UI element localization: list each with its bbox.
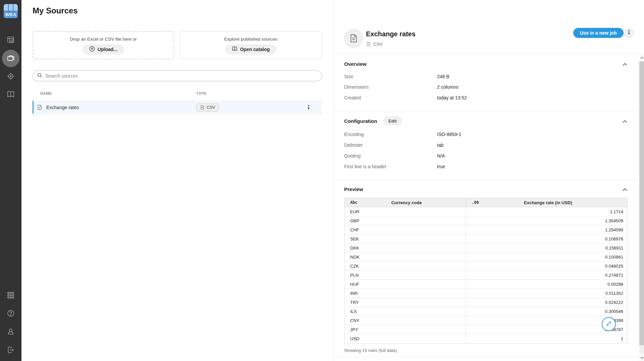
field-label: Delimiter bbox=[344, 142, 363, 148]
preview-collapse-button[interactable] bbox=[622, 186, 628, 193]
upload-arrow-icon bbox=[89, 46, 95, 53]
use-in-new-job-button[interactable]: Use in a new job bbox=[573, 28, 624, 38]
field-label: Created bbox=[344, 95, 361, 100]
apps-grid-icon bbox=[6, 291, 15, 301]
detail-title: Exchange rates bbox=[366, 30, 416, 38]
search-icon bbox=[37, 73, 42, 79]
book-icon bbox=[6, 90, 15, 100]
row-menu-button[interactable] bbox=[305, 104, 313, 112]
file-icon bbox=[37, 104, 43, 110]
table-row: JPY0.008787 bbox=[344, 325, 627, 334]
preview-table-header: Abc Currency code .00 Exchange rate (in … bbox=[344, 198, 627, 207]
preview-table: Abc Currency code .00 Exchange rate (in … bbox=[344, 198, 628, 344]
detail-type: CSV bbox=[366, 42, 383, 47]
table-row: DKK0.156911 bbox=[344, 243, 627, 253]
upload-button-label: Upload... bbox=[98, 47, 117, 52]
logout-icon bbox=[6, 346, 15, 355]
scroll-down-button[interactable] bbox=[639, 354, 644, 361]
field-label: Quoting bbox=[344, 153, 361, 159]
table-row: SEK0.106976 bbox=[344, 234, 627, 243]
search-input-wrapper bbox=[33, 70, 322, 81]
field-value: true bbox=[437, 164, 445, 169]
field-label: Size bbox=[344, 74, 353, 79]
sidebar-item-recipes[interactable] bbox=[5, 71, 16, 82]
expand-preview-button[interactable] bbox=[602, 317, 616, 331]
sidebar-item-logout[interactable] bbox=[5, 345, 16, 356]
divider bbox=[334, 54, 639, 54]
preview-section-title: Preview bbox=[344, 186, 363, 192]
divider bbox=[334, 111, 639, 112]
detail-menu-button[interactable] bbox=[624, 28, 634, 38]
folder-icon bbox=[6, 54, 15, 63]
sidebar-item-sources[interactable] bbox=[2, 50, 19, 67]
configuration-collapse-button[interactable] bbox=[622, 118, 628, 125]
table-row: HUF0.00298 bbox=[344, 280, 627, 289]
page-title: My Sources bbox=[33, 6, 78, 15]
upload-dropzone-text: Drop an Excel or CSV file here or bbox=[70, 37, 137, 42]
table-row: ILS0.300546 bbox=[344, 307, 627, 316]
table-row: PLN0.274871 bbox=[344, 271, 627, 280]
table-row: EUR1.1714 bbox=[344, 207, 627, 216]
upload-button[interactable]: Upload... bbox=[83, 44, 124, 54]
open-catalog-button[interactable]: Open catalog bbox=[225, 44, 277, 54]
column-type-string-icon: Abc bbox=[344, 200, 358, 205]
kebab-icon bbox=[308, 107, 309, 108]
preview-row-count: Showing 15 rows (full data) bbox=[344, 348, 397, 353]
chevron-up-icon bbox=[622, 187, 628, 192]
preview-column-header: Exchange rate (in USD) bbox=[479, 200, 627, 205]
sidebar-item-apps[interactable] bbox=[5, 290, 16, 301]
file-icon bbox=[349, 34, 358, 43]
type-badge: CSV bbox=[196, 103, 219, 111]
sidebar-item-account[interactable] bbox=[5, 326, 16, 337]
sources-page: My Sources Drop an Excel or CSV file her… bbox=[21, 0, 333, 361]
field-value: N/A bbox=[437, 153, 445, 159]
table-row: CZK0.048025 bbox=[344, 262, 627, 271]
sidebar-item-datasets[interactable] bbox=[5, 35, 16, 46]
file-icon bbox=[200, 105, 205, 110]
field-value: tab bbox=[437, 142, 443, 148]
kebab-icon bbox=[628, 32, 630, 34]
app-logo[interactable]: WRA bbox=[4, 4, 18, 18]
preview-column-header: Currency code bbox=[358, 200, 466, 205]
field-value: 248 B bbox=[437, 74, 449, 79]
column-header-name: NAME bbox=[40, 91, 52, 95]
detail-panel: Exchange rates CSV Use in a new job Over… bbox=[333, 0, 644, 361]
scrollbar-thumb[interactable] bbox=[639, 61, 644, 345]
configuration-section-title: Configuration bbox=[344, 118, 377, 124]
divider bbox=[334, 357, 639, 357]
help-icon bbox=[6, 309, 15, 319]
detail-scrollbar[interactable] bbox=[639, 54, 644, 361]
source-avatar bbox=[344, 29, 363, 48]
column-header-type: TYPE bbox=[196, 91, 207, 95]
upload-dropzone[interactable]: Drop an Excel or CSV file here or Upload… bbox=[33, 31, 174, 59]
field-value: ISO-8859-1 bbox=[437, 132, 461, 137]
detail-type-label: CSV bbox=[373, 42, 383, 47]
table-remove-icon bbox=[6, 36, 15, 45]
divider bbox=[334, 180, 639, 180]
scroll-up-button[interactable] bbox=[639, 54, 644, 61]
sidebar-item-help[interactable] bbox=[5, 308, 16, 319]
chevron-up-icon bbox=[622, 119, 628, 124]
field-label: Encoding bbox=[344, 132, 364, 137]
field-value: today at 13:52 bbox=[437, 95, 467, 100]
sidebar-item-catalog[interactable] bbox=[5, 89, 16, 100]
table-row: INR0.011352 bbox=[344, 289, 627, 298]
open-catalog-button-label: Open catalog bbox=[240, 47, 270, 52]
type-badge-label: CSV bbox=[207, 105, 215, 110]
file-icon bbox=[366, 42, 371, 47]
table-row: USD1 bbox=[344, 334, 627, 343]
overview-collapse-button[interactable] bbox=[622, 61, 628, 68]
overview-section-title: Overview bbox=[344, 61, 367, 67]
search-input[interactable] bbox=[45, 73, 318, 79]
chevron-up-icon bbox=[622, 62, 628, 67]
catalog-card-text: Explore published sources bbox=[224, 37, 277, 42]
source-row-exchange-rates[interactable]: Exchange rates CSV bbox=[33, 101, 322, 114]
sources-list-header: NAME TYPE bbox=[33, 91, 322, 97]
field-label: First line is a header bbox=[344, 164, 386, 169]
table-row: TRY0.024222 bbox=[344, 298, 627, 307]
field-label: Dimensions bbox=[344, 84, 369, 90]
sidebar: WRA bbox=[0, 0, 21, 361]
edit-configuration-button[interactable]: Edit bbox=[383, 116, 402, 126]
chevron-up-icon bbox=[640, 55, 644, 60]
app-window: WRA bbox=[0, 0, 644, 361]
